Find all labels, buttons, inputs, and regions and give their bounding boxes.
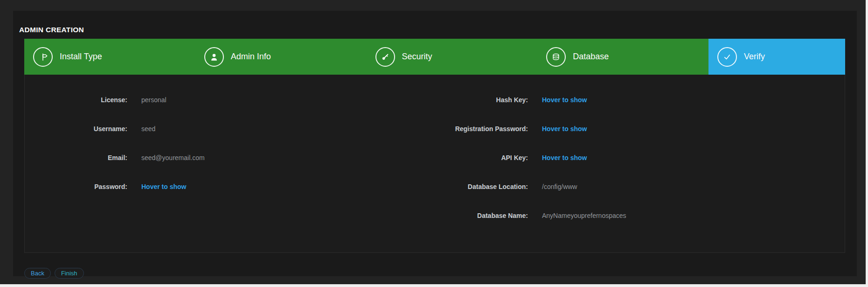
tab-verify[interactable]: Verify — [708, 39, 845, 75]
field-label: Database Location: — [435, 183, 528, 191]
tab-label: Security — [402, 52, 432, 62]
verify-summary-box: License: personal Username: seed Email: … — [24, 75, 845, 253]
finish-button[interactable]: Finish — [55, 268, 84, 279]
field-label: Password: — [25, 183, 127, 191]
hash-key-reveal-link[interactable]: Hover to show — [542, 96, 587, 104]
tab-database[interactable]: Database — [537, 39, 708, 75]
admin-creation-panel: ADMIN CREATION Install Type — [13, 11, 857, 276]
field-email: Email: seed@youremail.com — [25, 154, 435, 162]
user-icon — [204, 47, 224, 67]
field-password: Password: Hover to show — [25, 183, 435, 191]
tab-label: Database — [573, 52, 609, 62]
password-reveal-link[interactable]: Hover to show — [141, 183, 186, 191]
tab-label: Admin Info — [231, 52, 271, 62]
database-icon — [546, 47, 566, 67]
field-license: License: personal — [25, 96, 435, 104]
field-hash-key: Hash Key: Hover to show — [435, 96, 845, 104]
field-label: Database Name: — [435, 212, 528, 220]
field-value: AnyNameyouprefernospaces — [542, 212, 626, 220]
tab-install-type[interactable]: Install Type — [24, 39, 195, 75]
field-label: Hash Key: — [435, 96, 528, 104]
wizard-footer-actions: Back Finish — [24, 268, 857, 279]
field-label: Username: — [25, 125, 127, 133]
field-username: Username: seed — [25, 125, 435, 133]
field-api-key: API Key: Hover to show — [435, 154, 845, 162]
registration-password-reveal-link[interactable]: Hover to show — [542, 125, 587, 133]
field-value: /config/www — [542, 183, 577, 191]
app-window: ADMIN CREATION Install Type — [0, 0, 868, 287]
key-icon — [375, 47, 395, 67]
page-title: ADMIN CREATION — [19, 26, 857, 34]
summary-left-column: License: personal Username: seed Email: … — [25, 96, 435, 252]
field-value: seed — [141, 125, 155, 133]
back-button[interactable]: Back — [24, 268, 51, 279]
field-label: License: — [25, 96, 127, 104]
field-value: personal — [141, 96, 167, 104]
api-key-reveal-link[interactable]: Hover to show — [542, 154, 587, 162]
field-database-location: Database Location: /config/www — [435, 183, 845, 191]
summary-right-column: Hash Key: Hover to show Registration Pas… — [435, 96, 845, 252]
field-label: API Key: — [435, 154, 528, 162]
field-value: seed@youremail.com — [141, 154, 205, 162]
tab-label: Verify — [744, 52, 765, 62]
tab-admin-info[interactable]: Admin Info — [195, 39, 367, 75]
signpost-icon — [33, 47, 53, 67]
check-icon — [717, 47, 737, 67]
tab-label: Install Type — [60, 52, 102, 62]
wizard-step-bar: Install Type Admin Info — [24, 39, 845, 75]
field-label: Email: — [25, 154, 127, 162]
field-database-name: Database Name: AnyNameyouprefernospaces — [435, 212, 845, 220]
field-label: Registration Password: — [435, 125, 528, 133]
field-registration-password: Registration Password: Hover to show — [435, 125, 845, 133]
tab-security[interactable]: Security — [367, 39, 538, 75]
